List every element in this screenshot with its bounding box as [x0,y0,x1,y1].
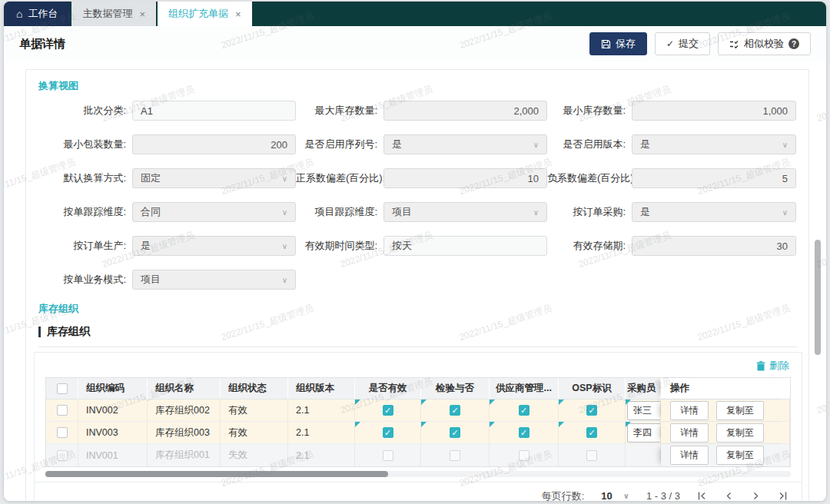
order-biz-mode-value: 项目 [141,273,161,287]
table-row: ✓ INV002 库存组织002 有效 2.1 ✓ ✓ ✓ ✓ 张三 详情 复制… [46,400,790,422]
copy-to-button[interactable]: 复制至 [716,423,764,443]
order-biz-mode-select[interactable]: 项目 ∨ [132,270,296,290]
horizontal-scrollbar-thumb[interactable] [45,471,388,477]
cell-org-name: 库存组织002 [148,400,221,421]
col-header-supplier: 供应商管理... [490,378,559,399]
project-track-dim-select[interactable]: 项目 ∨ [383,202,547,222]
last-page-icon[interactable] [778,491,788,501]
cell-org-version: 2.1 [288,400,355,421]
serial-enabled-select[interactable]: 是 ∨ [383,134,547,154]
conversion-form: 批次分类: A1 最大库存数量: 2,000 最小库存数量: 1,000 最小包… [38,101,798,290]
field-label-default-conversion: 默认换算方式: [38,171,132,185]
field-label-project-track-dim: 项目跟踪维度: [296,205,383,219]
section-inventory-org: 库存组织 [38,302,798,316]
min-pack-input[interactable]: 200 [132,134,296,154]
field-label-order-track-dim: 按单跟踪维度: [38,205,132,219]
trash-icon [756,361,765,371]
section-conversion-view: 换算视图 [38,79,798,93]
app-window: ⌂ 工作台 主数据管理 × 组织扩充单据 × 单据详情 保存 ✓ 提交 [4,2,826,501]
supplier-checkbox[interactable]: ✓ [519,427,530,438]
close-icon[interactable]: × [235,9,241,19]
field-label-purchase-by-order: 按订单采购: [547,205,632,219]
first-page-icon[interactable] [697,491,707,501]
field-label-neg-deviation: 负系数偏差(百分比): [547,171,632,185]
min-stock-input[interactable]: 1,000 [632,101,796,121]
close-icon[interactable]: × [139,9,145,19]
order-track-dim-value: 合同 [141,205,161,219]
tab-org-expansion-doc[interactable]: 组织扩充单据 × [158,2,252,26]
purchase-by-order-select[interactable]: 是 ∨ [632,202,796,222]
checklist-icon [729,39,739,49]
col-header-buyer: 采购员 [626,378,661,399]
chevron-down-icon: ∨ [282,174,287,183]
rows-per-page-select[interactable]: 10 ∨ [601,490,629,501]
row-select-checkbox[interactable]: ✓ [57,405,68,416]
buyer-field[interactable]: 李四 [627,423,661,443]
valid-checkbox[interactable]: ✓ [383,405,393,416]
max-stock-input[interactable]: 2,000 [383,101,547,121]
inspect-checkbox[interactable]: ✓ [450,450,460,461]
vertical-scrollbar-thumb[interactable] [815,240,821,355]
inspect-checkbox[interactable]: ✓ [450,405,460,416]
table-toolbar: 删除 [35,353,802,376]
supplier-checkbox[interactable]: ✓ [519,405,530,416]
col-header-valid: 是否有效 [355,378,421,399]
pos-deviation-input[interactable]: 10 [383,168,547,188]
field-label-max-stock: 最大库存数量: [296,104,383,118]
next-page-icon[interactable] [751,491,761,501]
osp-checkbox[interactable]: ✓ [586,405,597,416]
storage-period-input[interactable]: 30 [632,236,796,256]
buyer-field[interactable]: 张三 [627,401,661,420]
table-header-row: ✓ 组织编码 组织名称 组织状态 组织版本 是否有效 检验与否 供应商管理...… [46,378,790,400]
field-label-order-biz-mode: 按单业务模式: [38,273,132,287]
col-header-osp: OSP标识 [559,378,626,399]
copy-to-button[interactable]: 复制至 [716,446,764,465]
validity-time-type-input[interactable]: 按天 [383,236,547,256]
detail-button[interactable]: 详情 [670,423,709,443]
cell-org-code: INV001 [78,444,148,466]
inventory-org-table-block: 删除 ✓ 组织编码 组织名称 组织状态 组织版本 是否有效 检验与否 供应商管理… [34,352,802,501]
select-all-checkbox[interactable]: ✓ [57,383,68,394]
osp-checkbox[interactable]: ✓ [586,450,597,461]
project-track-dim-value: 项目 [392,205,412,219]
default-conversion-select[interactable]: 固定 ∨ [132,168,296,188]
cell-org-version: 2.1 [288,444,355,466]
detail-button[interactable]: 详情 [670,401,709,420]
help-icon[interactable]: ? [788,38,799,49]
row-select-checkbox[interactable]: ✓ [57,450,68,461]
supplier-checkbox[interactable]: ✓ [519,450,530,461]
valid-checkbox[interactable]: ✓ [383,427,393,438]
chevron-down-icon: ∨ [282,276,287,284]
save-icon [601,39,611,49]
col-header-op: 操作 [661,378,790,399]
similar-check-label: 相似校验 [744,37,784,51]
save-button[interactable]: 保存 [589,32,647,55]
tab-workbench[interactable]: ⌂ 工作台 [4,2,70,26]
valid-checkbox[interactable]: ✓ [383,450,393,461]
delete-button-label: 删除 [769,359,789,373]
delete-button[interactable]: 删除 [756,359,789,373]
osp-checkbox[interactable]: ✓ [586,427,597,438]
cell-org-status: 失效 [221,444,288,466]
submit-button[interactable]: ✓ 提交 [655,32,710,55]
batch-class-input[interactable]: A1 [132,101,296,121]
order-track-dim-select[interactable]: 合同 ∨ [132,202,296,222]
cell-org-name: 库存组织001 [148,444,221,466]
cell-buyer-empty [626,444,661,466]
previous-page-icon[interactable] [724,491,734,501]
row-select-checkbox[interactable]: ✓ [57,427,68,438]
copy-to-button[interactable]: 复制至 [716,401,764,420]
pagination-bar: 每页行数: 10 ∨ 1 - 3 / 3 [35,482,802,501]
version-enabled-select[interactable]: 是 ∨ [632,134,796,154]
cell-org-code: INV002 [78,400,148,421]
cell-org-status: 有效 [221,400,288,421]
produce-by-order-select[interactable]: 是 ∨ [132,236,296,256]
similar-check-button[interactable]: 相似校验 ? [718,32,811,55]
inventory-org-subheader: 库存组织 [38,325,798,339]
version-enabled-value: 是 [640,138,650,151]
horizontal-scrollbar[interactable] [45,471,791,477]
tab-master-data[interactable]: 主数据管理 × [71,2,156,26]
neg-deviation-input[interactable]: 5 [632,168,796,188]
inspect-checkbox[interactable]: ✓ [450,427,460,438]
detail-button[interactable]: 详情 [670,446,709,465]
